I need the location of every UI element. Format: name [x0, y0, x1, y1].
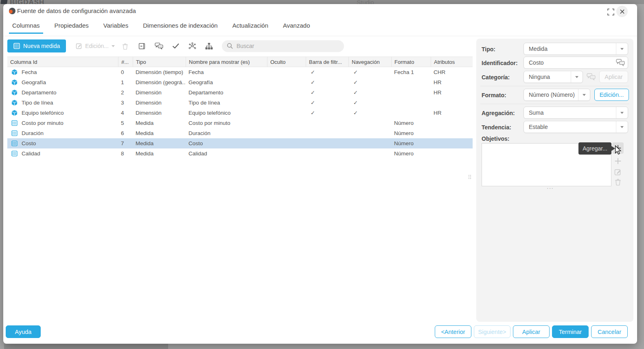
col-header-navegacion[interactable]: Navegación	[348, 57, 391, 67]
cell-nombre: Costo	[186, 140, 267, 146]
translate-icon[interactable]	[155, 42, 163, 50]
formato-select[interactable]: Número (Número)	[524, 89, 590, 101]
identificador-input[interactable]: Costo	[524, 57, 628, 69]
tab-bar: Columnas Propiedades Variables Dimension…	[9, 21, 313, 34]
objetivos-resize-handle[interactable]: ...	[541, 184, 559, 190]
dimension-icon	[11, 69, 18, 75]
tipo-label: Tipo:	[482, 46, 495, 52]
new-measure-button[interactable]: Nueva medida	[7, 39, 66, 52]
translate-icon[interactable]	[616, 59, 625, 66]
col-header-atributos[interactable]: Atributos	[431, 57, 469, 67]
agregacion-select[interactable]: Suma	[524, 107, 628, 119]
cell-tipo: Medida	[133, 140, 186, 146]
tipo-select[interactable]: Medida	[524, 43, 628, 55]
cell-num: 4	[118, 110, 133, 116]
card-icon[interactable]	[138, 42, 146, 50]
col-header-num[interactable]: #...	[118, 57, 133, 67]
table-row[interactable]: Fecha0Dimensión (tiempo)Fecha✓✓Fecha 1CH…	[7, 67, 473, 77]
add-objetivo-secondary-button-disabled[interactable]	[613, 156, 623, 166]
chevron-down-icon	[620, 48, 624, 50]
measure-icon	[11, 130, 18, 136]
table-row[interactable]: Costo7MedidaCostoNúmero	[7, 138, 473, 148]
tab-avanzado[interactable]: Avanzado	[280, 21, 313, 34]
col-header-formato[interactable]: Formato	[391, 57, 431, 67]
cell-tipo: Medida	[133, 130, 186, 136]
table-row[interactable]: Departamento2DimensiónDepartamento✓✓HR	[7, 87, 473, 98]
cell-tipo: Dimensión (tiempo)	[133, 69, 186, 75]
cell-navegacion: ✓	[348, 79, 391, 85]
bigdash-logo-icon	[0, 0, 8, 4]
col-header-tipo[interactable]: Tipo	[133, 57, 186, 67]
formato-label: Formato:	[482, 92, 506, 98]
delete-objetivo-button-disabled[interactable]	[614, 178, 622, 186]
tendencia-select[interactable]: Estable	[524, 121, 628, 133]
col-header-oculto[interactable]: Oculto	[267, 57, 306, 67]
tabs-divider	[3, 36, 637, 36]
table-row[interactable]: Calidad8MedidaCalidadNúmero	[7, 148, 473, 159]
cell-nombre: Duración	[186, 130, 267, 136]
tab-actualizacion[interactable]: Actualización	[229, 21, 272, 34]
cell-columna-id: Calidad	[7, 151, 118, 157]
dimension-icon	[11, 89, 18, 96]
app-title: Studio	[357, 0, 374, 4]
measure-icon	[11, 120, 18, 126]
background-app-header: BIGDASH Studio	[0, 0, 644, 4]
check-icon[interactable]	[172, 43, 180, 49]
identificador-value: Costo	[529, 59, 544, 66]
cell-columna-id: Geografía	[7, 79, 118, 85]
cell-columna-id: Costo por minuto	[7, 120, 118, 126]
siguiente-button-disabled[interactable]: Siguiente>	[474, 325, 510, 338]
cell-formato: Número	[391, 120, 431, 126]
tab-variables[interactable]: Variables	[100, 21, 131, 34]
edicion-formato-button[interactable]: Edición...	[594, 89, 629, 101]
table-header: Columna Id #... Tipo Nombre para mostrar…	[7, 57, 473, 67]
ayuda-button[interactable]: Ayuda	[6, 325, 41, 338]
categoria-select[interactable]: Ninguna	[524, 71, 583, 83]
cell-nombre: Geografía	[186, 79, 267, 85]
edit-icon	[76, 43, 82, 49]
anterior-button[interactable]: <Anterior	[435, 325, 471, 338]
measure-icon	[11, 151, 18, 157]
search-box	[222, 40, 344, 52]
cell-formato: Número	[391, 140, 431, 146]
cell-columna-id: Duración	[7, 130, 118, 136]
cell-barra-de-filtros: ✓	[306, 79, 348, 85]
aplicar-categoria-button-disabled[interactable]: Aplicar	[599, 71, 628, 83]
cell-atributos: CHR	[431, 69, 469, 75]
col-header-columna-id[interactable]: Columna Id	[7, 57, 118, 67]
delete-icon[interactable]	[122, 43, 128, 50]
tab-dimensiones-de-indexacion[interactable]: Dimensiones de indexación	[140, 21, 221, 34]
col-header-nombre[interactable]: Nombre para mostrar (es)	[186, 57, 267, 67]
cell-nombre: Costo por minuto	[186, 120, 267, 126]
formato-value: Número (Número)	[529, 92, 575, 98]
hub-icon[interactable]	[188, 42, 196, 50]
table-row[interactable]: Geografía1Dimensión (geográ...Geografía✓…	[7, 77, 473, 87]
maximize-icon[interactable]	[607, 8, 615, 16]
cell-num: 0	[118, 69, 133, 75]
cell-atributos: HR	[431, 110, 469, 116]
panel-splitter-handle[interactable]	[469, 175, 472, 179]
objetivos-label: Objetivos:	[482, 135, 509, 142]
hierarchy-icon[interactable]	[205, 43, 213, 50]
table-row[interactable]: Equipo telefónico4DimensiónEquipo telefó…	[7, 108, 473, 118]
cell-tipo: Dimensión	[133, 89, 186, 96]
measure-icon	[11, 140, 18, 146]
dialog-logo-icon	[9, 8, 15, 14]
tab-columnas[interactable]: Columnas	[9, 21, 43, 34]
col-header-barra-de-filtros[interactable]: Barra de filtr...	[306, 57, 348, 67]
edit-objetivo-button-disabled[interactable]	[613, 168, 622, 177]
cell-num: 3	[118, 100, 133, 106]
cell-tipo: Dimensión	[133, 110, 186, 116]
search-input[interactable]	[237, 43, 339, 49]
chevron-down-icon	[112, 45, 115, 47]
close-icon[interactable]	[616, 6, 628, 17]
tab-propiedades[interactable]: Propiedades	[51, 21, 92, 34]
edit-button-disabled[interactable]: Edición...	[76, 43, 115, 49]
terminar-button[interactable]: Terminar	[552, 325, 589, 338]
cancelar-button[interactable]: Cancelar	[591, 325, 628, 338]
table-row[interactable]: Tipo de línea3DimensiónTipo de línea✓✓	[7, 98, 473, 108]
table-row[interactable]: Duración6MedidaDuraciónNúmero	[7, 128, 473, 138]
cell-num: 2	[118, 89, 133, 96]
table-row[interactable]: Costo por minuto5MedidaCosto por minutoN…	[7, 118, 473, 128]
aplicar-button[interactable]: Aplicar	[513, 325, 550, 338]
